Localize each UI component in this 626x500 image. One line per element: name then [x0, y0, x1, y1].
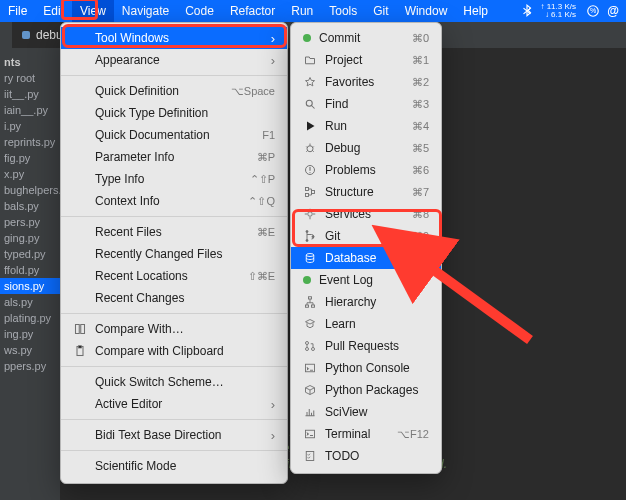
- view-menu-item-quick-switch-scheme[interactable]: Quick Switch Scheme…: [61, 371, 287, 393]
- svg-rect-7: [306, 188, 309, 191]
- tool-windows-item-find[interactable]: Find⌘3: [291, 93, 441, 115]
- tool-windows-item-project[interactable]: Project⌘1: [291, 49, 441, 71]
- tool-windows-item-commit[interactable]: Commit⌘0: [291, 27, 441, 49]
- tool-windows-item-services[interactable]: Services⌘8: [291, 203, 441, 225]
- view-menu-item-compare-with-clipboard[interactable]: Compare with Clipboard: [61, 340, 287, 362]
- svg-rect-22: [306, 430, 315, 438]
- tool-windows-item-favorites[interactable]: Favorites⌘2: [291, 71, 441, 93]
- menubar-window[interactable]: Window: [397, 0, 456, 22]
- tree-item[interactable]: bals.py: [0, 198, 60, 214]
- view-menu-item-scientific-mode[interactable]: Scientific Mode: [61, 455, 287, 477]
- view-menu-item-recent-files[interactable]: Recent Files⌘E: [61, 221, 287, 243]
- tree-item[interactable]: x.py: [0, 166, 60, 182]
- view-menu-item-parameter-info[interactable]: Parameter Info⌘P: [61, 146, 287, 168]
- tree-item[interactable]: ing.py: [0, 326, 60, 342]
- menu-item-label: Context Info: [95, 194, 230, 208]
- tool-windows-item-debug[interactable]: Debug⌘5: [291, 137, 441, 159]
- menubar-tools[interactable]: Tools: [321, 0, 365, 22]
- tool-windows-item-terminal[interactable]: Terminal⌥F12: [291, 423, 441, 445]
- debug-icon: [303, 142, 317, 154]
- menubar-view[interactable]: View: [72, 0, 114, 22]
- learn-icon: [303, 318, 317, 330]
- problems-icon: [303, 164, 317, 176]
- tree-item[interactable]: ging.py: [0, 230, 60, 246]
- view-menu-item-quick-definition[interactable]: Quick Definition⌥Space: [61, 80, 287, 102]
- svg-text:%: %: [590, 7, 596, 14]
- view-menu-item-compare-with[interactable]: Compare With…: [61, 318, 287, 340]
- git-icon: [303, 230, 317, 242]
- tree-item[interactable]: ws.py: [0, 342, 60, 358]
- menu-item-label: Python Console: [325, 361, 429, 375]
- view-menu-item-context-info[interactable]: Context Info⌃⇧Q: [61, 190, 287, 212]
- tool-windows-item-problems[interactable]: Problems⌘6: [291, 159, 441, 181]
- tool-windows-item-python-packages[interactable]: Python Packages: [291, 379, 441, 401]
- tree-item[interactable]: ffold.py: [0, 262, 60, 278]
- menubar-run[interactable]: Run: [283, 0, 321, 22]
- menu-separator: [61, 366, 287, 367]
- menubar-help[interactable]: Help: [455, 0, 496, 22]
- svg-point-10: [308, 212, 313, 217]
- view-menu-item-type-info[interactable]: Type Info⌃⇧P: [61, 168, 287, 190]
- tree-item[interactable]: iain__.py: [0, 102, 60, 118]
- menubar-refactor[interactable]: Refactor: [222, 0, 283, 22]
- tool-windows-item-sciview[interactable]: SciView: [291, 401, 441, 423]
- menubar-code[interactable]: Code: [177, 0, 222, 22]
- view-menu-item-active-editor[interactable]: Active Editor: [61, 393, 287, 415]
- tool-windows-item-run[interactable]: Run⌘4: [291, 115, 441, 137]
- tool-windows-item-python-console[interactable]: Python Console: [291, 357, 441, 379]
- view-menu-item-recent-locations[interactable]: Recent Locations⇧⌘E: [61, 265, 287, 287]
- tool-windows-item-hierarchy[interactable]: Hierarchy: [291, 291, 441, 313]
- mac-menubar: FileEditViewNavigateCodeRefactorRunTools…: [0, 0, 626, 22]
- view-menu-item-recently-changed-files[interactable]: Recently Changed Files: [61, 243, 287, 265]
- svg-rect-8: [306, 194, 309, 197]
- tool-windows-item-todo[interactable]: TODO: [291, 445, 441, 467]
- tool-windows-item-pull-requests[interactable]: Pull Requests: [291, 335, 441, 357]
- tree-item[interactable]: als.py: [0, 294, 60, 310]
- menu-item-label: Terminal: [325, 427, 379, 441]
- dot-icon: [303, 34, 311, 42]
- tool-windows-item-database[interactable]: Database: [291, 247, 441, 269]
- tree-item[interactable]: plating.py: [0, 310, 60, 326]
- menu-separator: [61, 216, 287, 217]
- submenu-arrow-icon: [261, 53, 275, 68]
- menu-item-label: Appearance: [95, 53, 261, 67]
- tool-windows-item-event-log[interactable]: Event Log: [291, 269, 441, 291]
- tree-item[interactable]: pers.py: [0, 214, 60, 230]
- menu-item-shortcut: ⌘6: [412, 164, 429, 177]
- tree-item[interactable]: fig.py: [0, 150, 60, 166]
- menubar-navigate[interactable]: Navigate: [114, 0, 177, 22]
- view-menu-item-tool-windows[interactable]: Tool Windows: [61, 27, 287, 49]
- tree-item[interactable]: ry root: [0, 70, 60, 86]
- view-menu-item-quick-documentation[interactable]: Quick DocumentationF1: [61, 124, 287, 146]
- menubar-file[interactable]: File: [0, 0, 35, 22]
- tree-item[interactable]: i.py: [0, 118, 60, 134]
- menu-item-label: Compare with Clipboard: [95, 344, 275, 358]
- tree-item[interactable]: ppers.py: [0, 358, 60, 374]
- tool-windows-item-learn[interactable]: Learn: [291, 313, 441, 335]
- menu-separator: [61, 313, 287, 314]
- project-tree[interactable]: ntsry rootiit__.pyiain__.pyi.pyreprints.…: [0, 48, 60, 500]
- tree-item[interactable]: iit__.py: [0, 86, 60, 102]
- view-menu-item-quick-type-definition[interactable]: Quick Type Definition: [61, 102, 287, 124]
- view-menu-item-bidi-text-base-direction[interactable]: Bidi Text Base Direction: [61, 424, 287, 446]
- menubar-git[interactable]: Git: [365, 0, 396, 22]
- services-icon: [303, 208, 317, 220]
- tree-item[interactable]: reprints.py: [0, 134, 60, 150]
- tool-windows-submenu[interactable]: Commit⌘0Project⌘1Favorites⌘2Find⌘3Run⌘4D…: [290, 22, 442, 474]
- tree-item[interactable]: typed.py: [0, 246, 60, 262]
- tree-item[interactable]: sions.py: [0, 278, 60, 294]
- tree-item[interactable]: nts: [0, 54, 60, 70]
- view-menu[interactable]: Tool WindowsAppearanceQuick Definition⌥S…: [60, 22, 288, 484]
- menu-item-shortcut: ⌘0: [412, 32, 429, 45]
- tool-windows-item-git[interactable]: Git⌘9: [291, 225, 441, 247]
- view-menu-item-appearance[interactable]: Appearance: [61, 49, 287, 71]
- menu-item-label: SciView: [325, 405, 429, 419]
- menu-item-label: Recent Changes: [95, 291, 275, 305]
- tree-item[interactable]: bughelpers.py: [0, 182, 60, 198]
- view-menu-item-recent-changes[interactable]: Recent Changes: [61, 287, 287, 309]
- menu-item-label: Project: [325, 53, 394, 67]
- svg-rect-15: [309, 297, 312, 299]
- submenu-arrow-icon: [261, 428, 275, 443]
- menubar-edit[interactable]: Edit: [35, 0, 72, 22]
- tool-windows-item-structure[interactable]: Structure⌘7: [291, 181, 441, 203]
